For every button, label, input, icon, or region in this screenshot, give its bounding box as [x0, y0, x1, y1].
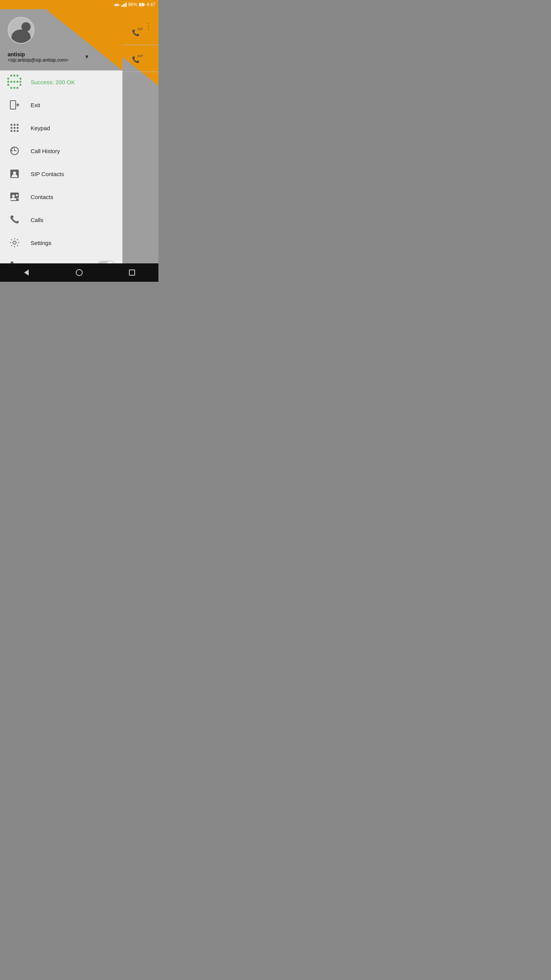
- recent-apps-icon: [128, 269, 136, 276]
- navigation-drawer: antisip <sip:antisip@sip.antisip.com> ▼ …: [0, 9, 122, 263]
- sip-contacts-icon: [8, 167, 21, 181]
- svg-point-14: [14, 124, 16, 126]
- signal-icon: [121, 2, 127, 7]
- avatar-body: [11, 29, 31, 44]
- avatar: [8, 17, 34, 44]
- svg-rect-5: [122, 5, 123, 7]
- success-label: Success: 200 OK: [31, 79, 75, 85]
- menu-item-sip-contacts[interactable]: SIP Contacts: [0, 162, 122, 185]
- svg-rect-12: [10, 101, 16, 109]
- recent-apps-button[interactable]: [121, 265, 143, 280]
- dots-grid: [7, 75, 22, 89]
- sip-phone-icon-2: 📞 SIP: [131, 52, 143, 65]
- svg-rect-8: [126, 2, 127, 7]
- back-button[interactable]: [15, 265, 38, 280]
- menu-item-settings[interactable]: Settings: [0, 231, 122, 254]
- battery-icon: [139, 3, 145, 7]
- settings-label: Settings: [31, 240, 51, 246]
- bottom-navigation: [0, 263, 158, 282]
- svg-point-24: [13, 172, 16, 175]
- svg-point-27: [16, 194, 18, 196]
- svg-rect-4: [121, 5, 122, 7]
- menu-item-contacts[interactable]: Contacts: [0, 185, 122, 208]
- svg-point-16: [11, 127, 13, 129]
- menu-item-automatic-answer[interactable]: Automatic Answer: [0, 254, 122, 263]
- exit-label: Exit: [31, 102, 40, 108]
- automatic-answer-icon: [8, 259, 21, 263]
- svg-rect-7: [125, 3, 126, 7]
- menu-item-calls[interactable]: Calls: [0, 208, 122, 231]
- drawer-header: antisip <sip:antisip@sip.antisip.com> ▼: [0, 9, 122, 70]
- menu-item-keypad[interactable]: Keypad: [0, 116, 122, 139]
- sip-contacts-label: SIP Contacts: [31, 171, 64, 177]
- svg-point-28: [13, 241, 16, 244]
- status-bar: 96% 4:47: [0, 0, 158, 9]
- calls-label: Calls: [31, 217, 43, 223]
- svg-point-19: [11, 130, 13, 132]
- sip-icon-row-2: 📞 SIP: [116, 45, 158, 72]
- battery-percentage: 96%: [128, 2, 137, 7]
- user-name: antisip: [8, 51, 68, 57]
- keypad-label: Keypad: [31, 125, 50, 131]
- svg-point-18: [17, 127, 19, 129]
- call-history-icon: [8, 144, 21, 158]
- automatic-answer-toggle[interactable]: [97, 261, 115, 263]
- svg-point-26: [12, 195, 15, 198]
- calls-icon: [8, 213, 21, 227]
- back-icon: [23, 269, 30, 276]
- home-icon: [75, 269, 83, 276]
- settings-icon: [8, 236, 21, 250]
- overflow-menu-button[interactable]: ⋮: [142, 18, 155, 34]
- svg-point-17: [14, 127, 16, 129]
- svg-marker-31: [24, 270, 29, 276]
- svg-point-13: [11, 124, 13, 126]
- svg-text:SIP: SIP: [137, 54, 143, 58]
- clock: 4:47: [147, 2, 155, 7]
- avatar-container: [8, 17, 34, 44]
- status-icons: 96% 4:47: [114, 2, 155, 7]
- menu-item-call-history[interactable]: Call History: [0, 139, 122, 162]
- keypad-icon: [8, 121, 21, 135]
- svg-point-20: [14, 130, 16, 132]
- svg-rect-10: [144, 4, 145, 5]
- svg-point-21: [17, 130, 19, 132]
- home-button[interactable]: [68, 265, 91, 280]
- svg-rect-33: [129, 270, 135, 275]
- exit-icon: [8, 98, 21, 112]
- call-history-label: Call History: [31, 148, 60, 154]
- success-icon: [8, 75, 21, 89]
- user-info: antisip <sip:antisip@sip.antisip.com>: [8, 51, 68, 63]
- svg-rect-6: [124, 4, 124, 7]
- user-sip: <sip:antisip@sip.antisip.com>: [8, 57, 68, 63]
- chevron-down-icon[interactable]: ▼: [84, 54, 90, 60]
- wifi-icon: [114, 2, 120, 7]
- svg-point-15: [17, 124, 19, 126]
- contacts-icon: [8, 190, 21, 204]
- contacts-label: Contacts: [31, 194, 53, 200]
- menu-item-exit[interactable]: Exit: [0, 93, 122, 116]
- menu-item-success[interactable]: Success: 200 OK: [0, 70, 122, 93]
- svg-point-32: [76, 270, 82, 276]
- avatar-head: [21, 22, 31, 31]
